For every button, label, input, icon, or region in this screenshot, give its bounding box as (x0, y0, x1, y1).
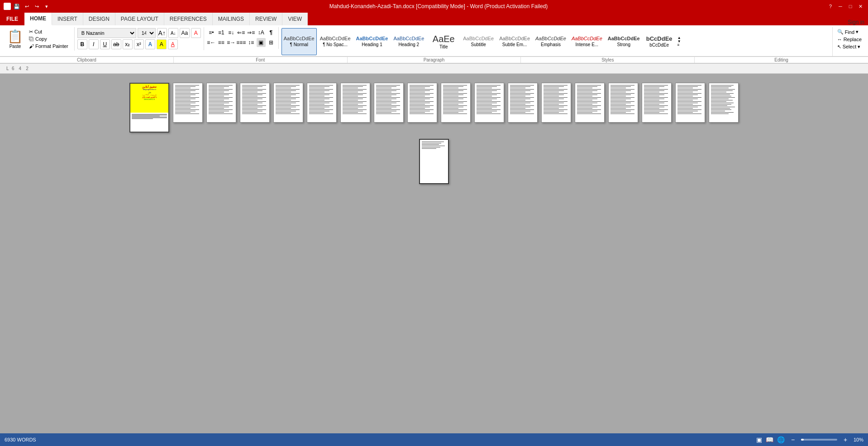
sort-button[interactable]: ↕A (257, 28, 266, 37)
more-styles-icon[interactable]: ≡ (677, 43, 681, 47)
close-btn[interactable]: ✕ (856, 2, 864, 10)
style-strong[interactable]: AaBbCcDdEe Strong (606, 28, 642, 55)
decrease-indent-button[interactable]: ⇐≡ (237, 28, 246, 37)
style-bccddee[interactable]: bCcDdEe bCcDdEe (643, 28, 676, 55)
shrink-font-button[interactable]: A↓ (168, 28, 178, 38)
page-5[interactable] (273, 83, 303, 123)
page-18[interactable] (709, 83, 739, 123)
bullets-button[interactable]: ≡• (207, 28, 216, 37)
tab-references[interactable]: REFERENCES (164, 13, 213, 25)
document-area[interactable]: تحقیق آنلاین Tahghighonline.ir فایل ورد … (0, 74, 868, 436)
style-emphasis-preview: AaBbCcDdEe (535, 36, 566, 41)
style-heading2[interactable]: AaBbCcDdEe Heading 2 (391, 28, 426, 55)
tab-home[interactable]: HOME (24, 13, 52, 25)
align-left-button[interactable]: ≡← (207, 38, 216, 47)
strikethrough-button[interactable]: ab (111, 39, 121, 49)
style-intense-e[interactable]: AaBbCcDdEe Intense E... (569, 28, 605, 55)
justify-button[interactable]: ≡≡≡ (237, 38, 246, 47)
style-title-preview: AaEe (433, 34, 455, 43)
change-case-button[interactable]: Aa (180, 28, 190, 38)
replace-button[interactable]: ↔ Replace (835, 36, 863, 43)
superscript-button[interactable]: x² (134, 39, 144, 49)
font-name-select[interactable]: B Nazanin (77, 28, 136, 38)
style-subtitle[interactable]: AaBbCcDdEe Subtitle (461, 28, 496, 55)
page-12[interactable] (508, 83, 538, 123)
page-14[interactable] (575, 83, 605, 123)
redo-btn[interactable]: ↪ (33, 2, 41, 10)
tab-insert[interactable]: INSERT (52, 13, 83, 25)
tab-view[interactable]: VIEW (282, 13, 308, 25)
numbering-button[interactable]: ≡1 (217, 28, 226, 37)
style-normal[interactable]: AaBbCcDdEe ¶ Normal (281, 28, 317, 55)
style-heading1-label: Heading 1 (362, 42, 382, 47)
save-btn[interactable]: 💾 (13, 2, 21, 10)
text-highlight-button[interactable]: A (157, 39, 167, 49)
tab-file[interactable]: FILE (0, 13, 24, 25)
page-4[interactable] (240, 83, 270, 123)
align-center-button[interactable]: ≡≡ (217, 38, 226, 47)
tab-design[interactable]: DESIGN (83, 13, 115, 25)
text-effects-button[interactable]: A (145, 39, 155, 49)
page-11[interactable] (474, 83, 504, 123)
cut-button[interactable]: ✂ Cut (28, 28, 70, 35)
grow-font-button[interactable]: A↑ (157, 28, 167, 38)
ruler-corner[interactable]: L (6, 66, 12, 71)
styles-scroll-buttons[interactable]: ▲ ▼ ≡ (677, 36, 682, 47)
tab-mailings[interactable]: MAILINGS (213, 13, 250, 25)
view-web-icon[interactable]: 🌐 (777, 436, 785, 443)
font-color-button[interactable]: A (168, 39, 178, 49)
zoom-level: 10% (854, 437, 863, 442)
customize-btn[interactable]: ▾ (43, 2, 51, 10)
page-7[interactable] (340, 83, 370, 123)
find-button[interactable]: 🔍 Find ▾ (835, 28, 863, 36)
word-count: 6930 WORDS (5, 437, 36, 442)
minimize-btn[interactable]: ─ (836, 2, 844, 10)
view-normal-icon[interactable]: ▣ (756, 436, 762, 443)
page-10[interactable] (441, 83, 471, 123)
style-no-space[interactable]: AaBbCcDdEe ¶ No Spac... (318, 28, 353, 55)
tab-page-layout[interactable]: PAGE LAYOUT (115, 13, 164, 25)
page-16[interactable] (642, 83, 672, 123)
page-9[interactable] (407, 83, 437, 123)
italic-button[interactable]: I (89, 39, 99, 49)
restore-btn[interactable]: □ (846, 2, 854, 10)
view-reading-icon[interactable]: 📖 (766, 436, 773, 443)
font-size-select[interactable]: 14 (138, 28, 156, 38)
show-paragraph-button[interactable]: ¶ (267, 28, 276, 37)
style-title[interactable]: AaEe Title (427, 28, 460, 55)
ruler-content: 6 4 2 (12, 66, 29, 71)
page-1[interactable]: تحقیق آنلاین Tahghighonline.ir فایل ورد … (129, 83, 169, 133)
undo-btn[interactable]: ↩ (23, 2, 31, 10)
page-3[interactable] (206, 83, 236, 123)
page-8[interactable] (374, 83, 404, 123)
subscript-button[interactable]: x₂ (123, 39, 133, 49)
zoom-slider[interactable] (801, 439, 837, 441)
style-subtle-em[interactable]: AaBbCcDdEe Subtle Em... (497, 28, 532, 55)
underline-button[interactable]: U (100, 39, 110, 49)
page-13[interactable] (541, 83, 571, 123)
page-15[interactable] (608, 83, 638, 123)
style-heading1[interactable]: AaBbCcDdEe Heading 1 (354, 28, 391, 55)
multilevel-button[interactable]: ≡↓ (227, 28, 236, 37)
help-btn[interactable]: ? (826, 2, 835, 10)
paragraph-group: ≡• ≡1 ≡↓ ⇐≡ ⇒≡ ↕A ¶ ≡← ≡≡ ≡→ ≡≡≡ ↕≡ ▣ ⊞ (204, 27, 279, 49)
zoom-in-button[interactable]: + (841, 435, 850, 444)
line-spacing-button[interactable]: ↕≡ (247, 38, 256, 47)
align-right-button[interactable]: ≡→ (227, 38, 236, 47)
page-2[interactable] (173, 83, 203, 123)
zoom-out-button[interactable]: − (788, 435, 797, 444)
style-emphasis[interactable]: AaBbCcDdEe Emphasis (533, 28, 568, 55)
increase-indent-button[interactable]: ⇒≡ (247, 28, 256, 37)
page-19[interactable] (419, 139, 449, 184)
paste-button[interactable]: 📋 Paste (5, 28, 26, 50)
page-6[interactable] (307, 83, 337, 123)
select-button[interactable]: ↖ Select ▾ (835, 43, 863, 51)
tab-review[interactable]: REVIEW (250, 13, 282, 25)
format-painter-button[interactable]: 🖌 Format Painter (28, 43, 70, 49)
shading-button[interactable]: ▣ (257, 38, 266, 47)
borders-button[interactable]: ⊞ (267, 38, 276, 47)
clear-formatting-button[interactable]: A (191, 28, 201, 38)
bold-button[interactable]: B (77, 39, 87, 49)
copy-button[interactable]: ⿻ Copy (28, 36, 70, 42)
page-17[interactable] (675, 83, 705, 123)
